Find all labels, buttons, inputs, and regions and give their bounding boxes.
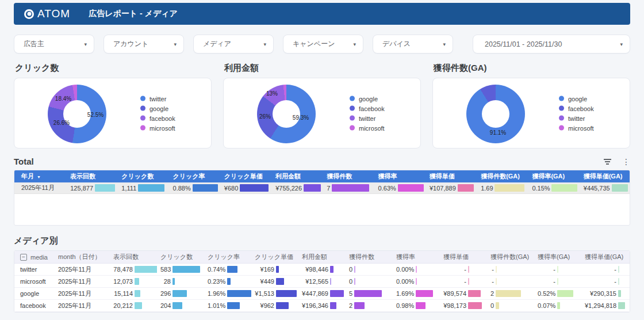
table-cell: 2 <box>487 290 534 297</box>
legend-item[interactable]: google <box>350 95 385 102</box>
table-cell: 0.98% <box>393 302 440 309</box>
cell-bar <box>618 290 621 297</box>
column-header[interactable]: 獲得件数 <box>346 253 393 261</box>
legend-item[interactable]: facebook <box>559 105 594 112</box>
table-cell: - <box>487 266 534 273</box>
chevron-down-icon: ▾ <box>620 41 623 47</box>
filter-campaign[interactable]: キャンペーン▾ <box>283 35 363 54</box>
filter-device[interactable]: デバイス▾ <box>373 35 453 54</box>
legend-item[interactable]: twitter <box>140 95 175 102</box>
cell-month: 2025年11月 <box>58 265 110 274</box>
column-header[interactable]: 獲得率 <box>393 253 440 261</box>
filter-icon[interactable] <box>603 158 612 166</box>
column-header[interactable]: month（日付） <box>58 253 110 261</box>
legend-item[interactable]: google <box>140 105 175 112</box>
table-cell: 125,877 <box>65 184 116 192</box>
date-range-picker[interactable]: 2025/11/01 - 2025/11/30 ▾ <box>473 35 630 54</box>
filter-account[interactable]: アカウント▾ <box>103 35 184 54</box>
cell-bar <box>612 184 628 192</box>
cell-bar <box>276 278 284 285</box>
column-header[interactable]: 獲得単価(GA) <box>578 172 630 181</box>
column-header[interactable]: クリック単価 <box>219 172 270 181</box>
cell-value: ¥680 <box>224 185 238 192</box>
column-header[interactable]: 獲得単価 <box>440 253 487 261</box>
table-cell: 12,073 <box>110 278 157 285</box>
ad-report-dashboard: ATOM 広告レポート - メディア 広告主▾アカウント▾メディア▾キャンペーン… <box>0 3 644 313</box>
legend-dot-icon <box>140 96 145 101</box>
table-cell: 204 <box>157 302 204 309</box>
legend-item[interactable]: twitter <box>559 115 594 121</box>
column-header[interactable]: 表示回数 <box>65 172 116 181</box>
legend-item[interactable]: microsoft <box>350 124 385 131</box>
chart-block-conversions: 獲得件数(GA) 91.1% googlefacebooktwittermicr… <box>432 63 630 148</box>
table-cell: 0 <box>346 266 393 273</box>
column-header[interactable]: クリック数 <box>116 172 167 181</box>
cell-value: 2 <box>490 290 494 297</box>
legend-item[interactable]: microsoft <box>140 124 175 131</box>
legend-item[interactable]: facebook <box>140 115 175 121</box>
table-cell: 78,478 <box>110 266 157 273</box>
column-header[interactable]: 獲得単価(GA) <box>581 253 630 261</box>
column-header[interactable]: 獲得率(GA) <box>527 172 578 181</box>
cell-media: twitter <box>14 266 58 273</box>
cell-date: 2025年11月 <box>14 184 65 192</box>
cell-bar <box>496 290 521 297</box>
column-header[interactable]: 表示回数 <box>110 253 157 261</box>
more-menu-icon[interactable]: ⋮ <box>622 158 630 166</box>
table-cell: 1.96% <box>204 290 251 297</box>
cell-value: 12,073 <box>113 278 133 285</box>
filter-media[interactable]: メディア▾ <box>193 35 274 54</box>
column-header[interactable]: クリック率 <box>204 253 251 261</box>
column-header[interactable]: 獲得件数 <box>321 172 373 181</box>
table-cell: 5 <box>346 290 393 297</box>
cell-value: 0.15% <box>532 185 550 192</box>
legend-label: microsoft <box>150 124 175 131</box>
cell-value: 20,212 <box>113 302 133 309</box>
cell-value: 0 <box>490 302 494 309</box>
cell-bar <box>332 184 369 192</box>
column-header[interactable]: 獲得件数(GA) <box>487 253 534 261</box>
column-header-media[interactable]: −media <box>14 254 58 261</box>
legend-item[interactable]: microsoft <box>559 124 594 131</box>
legend-item[interactable]: facebook <box>350 105 385 112</box>
column-header[interactable]: 獲得率 <box>373 172 424 181</box>
cell-value: - <box>585 278 616 285</box>
column-header[interactable]: 利用金額 <box>270 172 321 181</box>
cell-bar <box>496 278 497 285</box>
column-header[interactable]: クリック率 <box>168 172 219 181</box>
slice-label: 26.6% <box>53 120 70 126</box>
cell-value: 0.07% <box>538 302 555 309</box>
table-row: google2025年11月15,1142961.96%¥1,513¥447,8… <box>14 288 630 300</box>
table-cell: 1.69% <box>393 290 440 297</box>
cell-value: ¥962 <box>255 302 274 309</box>
atom-logo: ATOM <box>24 7 70 20</box>
table-cell: ¥12,565 <box>298 278 346 285</box>
collapse-icon[interactable]: − <box>20 254 27 261</box>
column-header[interactable]: 獲得件数(GA) <box>476 172 527 181</box>
table-cell: 0.74% <box>204 266 251 273</box>
legend-item[interactable]: twitter <box>350 115 385 121</box>
filter-advertiser[interactable]: 広告主▾ <box>14 35 94 54</box>
column-header[interactable]: クリック数 <box>157 253 204 261</box>
column-header[interactable]: 獲得率(GA) <box>534 253 581 261</box>
legend-label: facebook <box>568 105 594 112</box>
table-cell: 2 <box>346 302 393 309</box>
legend-dot-icon <box>140 116 145 121</box>
column-header[interactable]: 利用金額 <box>298 253 346 261</box>
table-cell: 1,111 <box>116 184 167 192</box>
cell-value: 1.69% <box>396 290 414 297</box>
cell-bar <box>354 302 365 309</box>
column-header-date[interactable]: 年月▼ <box>14 172 65 181</box>
cell-value: ¥447,869 <box>302 290 328 297</box>
table-cell: - <box>581 278 630 285</box>
cell-value: - <box>538 266 555 273</box>
legend-dot-icon <box>559 106 564 111</box>
column-header[interactable]: 獲得単価 <box>424 172 476 181</box>
column-header[interactable]: クリック単価 <box>251 253 298 261</box>
legend-item[interactable]: google <box>559 95 594 102</box>
table-cell: ¥98,446 <box>298 266 346 273</box>
table-cell: 0.63% <box>373 184 424 192</box>
cell-bar <box>227 290 251 297</box>
cell-bar <box>135 278 139 285</box>
column-label: media <box>30 254 48 261</box>
